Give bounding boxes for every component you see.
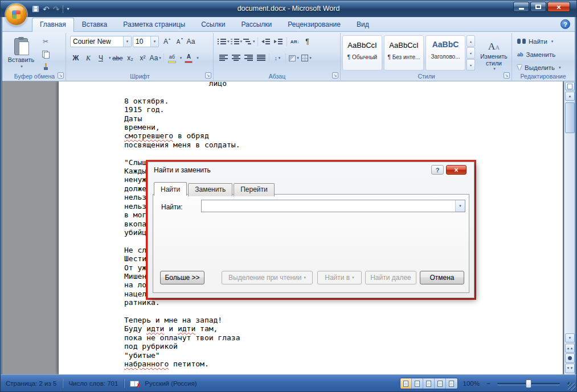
underline-button[interactable]: Ч: [95, 52, 107, 64]
dialog-tab-1[interactable]: Заменить: [188, 183, 232, 196]
strikethrough-button[interactable]: abe: [112, 52, 124, 64]
shrink-font-button[interactable]: А ▾: [173, 36, 184, 47]
office-button[interactable]: [6, 4, 27, 25]
dialog-launcher-icon[interactable]: ↘: [332, 72, 338, 79]
gallery-down-button[interactable]: ▾: [466, 47, 475, 59]
shading-button[interactable]: ▾: [288, 52, 300, 64]
align-left-button[interactable]: [218, 52, 229, 64]
dialog-help-button[interactable]: ?: [431, 165, 444, 175]
chevron-down-icon[interactable]: ▾: [123, 36, 131, 47]
web-layout-view-button[interactable]: [423, 378, 435, 389]
word-count-indicator[interactable]: Число слов: 701: [68, 380, 118, 387]
full-screen-reading-view-button[interactable]: [412, 378, 423, 389]
resize-grip[interactable]: [568, 383, 575, 390]
zoom-out-button[interactable]: −: [485, 380, 492, 387]
zoom-level[interactable]: 100%: [463, 380, 480, 387]
chevron-down-icon[interactable]: ▾: [180, 56, 182, 60]
redo-icon[interactable]: ↷: [53, 5, 60, 13]
maximize-button[interactable]: [530, 2, 546, 12]
scroll-up-button[interactable]: ▲: [565, 92, 575, 101]
replace-button[interactable]: ab Заменить: [517, 48, 561, 60]
more-button[interactable]: Больше >>: [160, 271, 204, 284]
spell-check-icon[interactable]: ✗: [130, 381, 139, 387]
customize-qat-icon[interactable]: ▾: [67, 6, 69, 11]
line-spacing-button[interactable]: ↕▾: [272, 52, 283, 64]
print-layout-view-button[interactable]: [400, 378, 412, 389]
undo-icon[interactable]: ↶: [43, 5, 50, 13]
ribbon-tab-2[interactable]: Разметка страницы: [115, 18, 193, 31]
dialog-launcher-icon[interactable]: ↘: [205, 72, 211, 79]
multilevel-list-button[interactable]: ▾: [243, 36, 255, 47]
help-button[interactable]: ?: [560, 19, 570, 29]
binoculars-icon: [517, 39, 526, 44]
style-card-1[interactable]: AaBbCcI¶ Без инте...: [384, 35, 424, 71]
change-styles-button[interactable]: АA Изменить стили ▾: [478, 35, 510, 78]
show-marks-button[interactable]: ¶: [302, 36, 313, 47]
bold-button[interactable]: Ж: [70, 52, 81, 64]
numbering-button[interactable]: ▾: [231, 36, 243, 47]
grow-font-button[interactable]: А ▴: [160, 36, 171, 47]
gallery-up-button[interactable]: ▴: [466, 35, 475, 47]
chevron-down-icon[interactable]: ▾: [109, 56, 111, 60]
dialog-tab-2[interactable]: Перейти: [234, 183, 275, 196]
style-card-0[interactable]: AaBbCcI¶ Обычный: [342, 35, 382, 71]
align-center-button[interactable]: [230, 52, 242, 64]
bullets-button[interactable]: ▾: [218, 36, 230, 47]
page-indicator[interactable]: Страница: 2 из 5: [6, 380, 56, 387]
decrease-indent-button[interactable]: [260, 36, 272, 47]
ribbon-tab-5[interactable]: Рецензирование: [280, 18, 349, 31]
ribbon-tab-4[interactable]: Рассылки: [233, 18, 280, 31]
dialog-launcher-icon[interactable]: ↘: [58, 72, 64, 79]
font-color-label: А: [187, 53, 191, 60]
dialog-tab-0[interactable]: Найти: [154, 182, 187, 196]
change-case-button[interactable]: Аа ▾: [150, 52, 161, 64]
draft-view-button[interactable]: [446, 378, 457, 389]
minimize-button[interactable]: [513, 2, 529, 12]
zoom-slider-thumb[interactable]: [526, 379, 531, 388]
cut-button[interactable]: ✂: [40, 36, 51, 47]
previous-page-button[interactable]: ▲▲: [565, 344, 575, 353]
scroll-down-button[interactable]: ▼: [565, 333, 575, 343]
ribbon-tab-6[interactable]: Вид: [349, 18, 377, 31]
chevron-down-icon[interactable]: ▾: [197, 56, 199, 60]
ruler-toggle-button[interactable]: [565, 82, 575, 90]
ribbon-tab-3[interactable]: Ссылки: [193, 18, 233, 31]
justify-button[interactable]: [255, 52, 267, 64]
outline-view-button[interactable]: [435, 378, 446, 389]
ribbon-tab-1[interactable]: Вставка: [74, 18, 116, 31]
dialog-launcher-icon[interactable]: ↘: [504, 72, 510, 79]
zoom-slider[interactable]: [497, 379, 560, 388]
find-button[interactable]: Найти ▾: [517, 35, 561, 47]
italic-button[interactable]: К: [83, 52, 94, 64]
superscript-button[interactable]: х²: [137, 52, 149, 64]
borders-button[interactable]: ▾: [301, 52, 312, 64]
subscript-button[interactable]: х₂: [125, 52, 136, 64]
combo-dropdown-button[interactable]: ▾: [455, 200, 465, 212]
cancel-button[interactable]: Отмена: [420, 271, 464, 284]
format-painter-button[interactable]: [40, 61, 51, 72]
text-highlight-button[interactable]: аб: [166, 52, 178, 64]
clear-formatting-button[interactable]: Аа: [185, 36, 197, 47]
align-right-button[interactable]: [243, 52, 254, 64]
gallery-more-button[interactable]: ▾: [466, 59, 475, 71]
next-page-button[interactable]: ▼▼: [565, 364, 575, 373]
vertical-scrollbar[interactable]: ▲ ▼ ▲▲ ▼▼: [564, 81, 575, 374]
select-browse-object-button[interactable]: [565, 353, 575, 363]
close-button[interactable]: ×: [547, 2, 570, 12]
sort-button[interactable]: АЯ↓: [289, 36, 301, 47]
ribbon-tab-0[interactable]: Главная: [32, 18, 74, 32]
font-name-combo[interactable]: Courier New ▾: [70, 36, 132, 47]
paste-button[interactable]: Вставить ▾: [6, 35, 36, 72]
scrollbar-thumb[interactable]: [565, 102, 575, 133]
increase-indent-button[interactable]: [273, 36, 284, 47]
copy-button[interactable]: [40, 49, 51, 59]
find-input[interactable]: [202, 200, 455, 212]
save-icon[interactable]: [32, 5, 39, 13]
chevron-down-icon[interactable]: ▾: [150, 36, 158, 47]
language-indicator[interactable]: Русский (Россия): [145, 380, 197, 387]
font-size-combo[interactable]: 10 ▾: [133, 36, 159, 47]
select-button[interactable]: Выделить ▾: [517, 61, 561, 73]
dialog-close-button[interactable]: ×: [446, 165, 466, 175]
font-color-button[interactable]: А: [183, 52, 194, 64]
style-card-2[interactable]: AaBbCЗаголово...: [425, 35, 465, 71]
